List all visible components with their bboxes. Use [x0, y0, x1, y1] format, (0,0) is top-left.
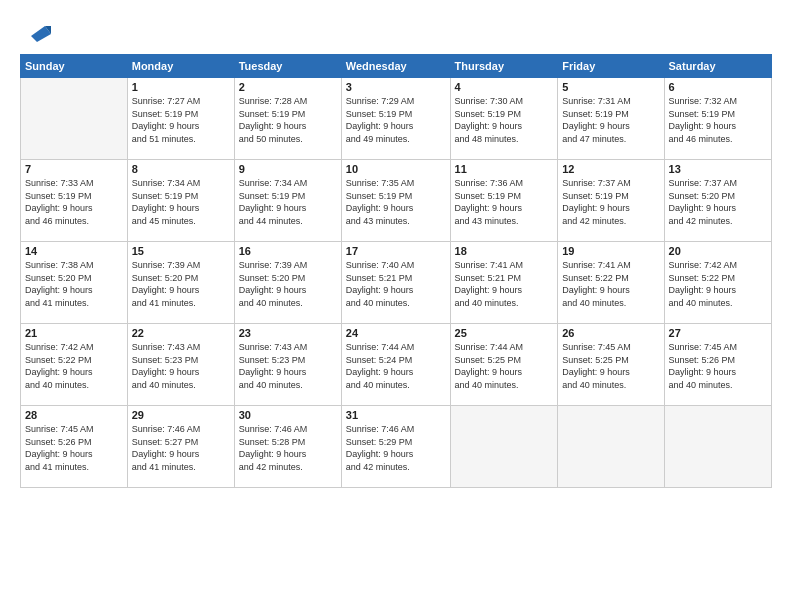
day-number: 30 — [239, 409, 337, 421]
calendar-cell — [664, 406, 771, 488]
calendar-cell: 21Sunrise: 7:42 AMSunset: 5:22 PMDayligh… — [21, 324, 128, 406]
day-number: 22 — [132, 327, 230, 339]
week-row-1: 1Sunrise: 7:27 AMSunset: 5:19 PMDaylight… — [21, 78, 772, 160]
day-number: 29 — [132, 409, 230, 421]
day-number: 5 — [562, 81, 659, 93]
day-number: 3 — [346, 81, 446, 93]
weekday-header-friday: Friday — [558, 55, 664, 78]
calendar-cell: 4Sunrise: 7:30 AMSunset: 5:19 PMDaylight… — [450, 78, 558, 160]
day-info: Sunrise: 7:33 AMSunset: 5:19 PMDaylight:… — [25, 177, 123, 227]
day-info: Sunrise: 7:44 AMSunset: 5:24 PMDaylight:… — [346, 341, 446, 391]
day-info: Sunrise: 7:34 AMSunset: 5:19 PMDaylight:… — [132, 177, 230, 227]
weekday-header-saturday: Saturday — [664, 55, 771, 78]
weekday-header-tuesday: Tuesday — [234, 55, 341, 78]
day-number: 4 — [455, 81, 554, 93]
day-number: 28 — [25, 409, 123, 421]
logo-icon — [23, 14, 53, 44]
calendar-cell: 31Sunrise: 7:46 AMSunset: 5:29 PMDayligh… — [341, 406, 450, 488]
calendar-cell: 17Sunrise: 7:40 AMSunset: 5:21 PMDayligh… — [341, 242, 450, 324]
day-info: Sunrise: 7:28 AMSunset: 5:19 PMDaylight:… — [239, 95, 337, 145]
day-number: 10 — [346, 163, 446, 175]
day-info: Sunrise: 7:36 AMSunset: 5:19 PMDaylight:… — [455, 177, 554, 227]
week-row-2: 7Sunrise: 7:33 AMSunset: 5:19 PMDaylight… — [21, 160, 772, 242]
page: SundayMondayTuesdayWednesdayThursdayFrid… — [0, 0, 792, 612]
day-info: Sunrise: 7:45 AMSunset: 5:26 PMDaylight:… — [25, 423, 123, 473]
calendar-cell: 24Sunrise: 7:44 AMSunset: 5:24 PMDayligh… — [341, 324, 450, 406]
calendar-cell: 6Sunrise: 7:32 AMSunset: 5:19 PMDaylight… — [664, 78, 771, 160]
day-info: Sunrise: 7:45 AMSunset: 5:25 PMDaylight:… — [562, 341, 659, 391]
calendar-cell: 29Sunrise: 7:46 AMSunset: 5:27 PMDayligh… — [127, 406, 234, 488]
logo — [20, 18, 53, 44]
calendar-cell — [450, 406, 558, 488]
calendar-cell: 14Sunrise: 7:38 AMSunset: 5:20 PMDayligh… — [21, 242, 128, 324]
day-info: Sunrise: 7:43 AMSunset: 5:23 PMDaylight:… — [239, 341, 337, 391]
calendar-header: SundayMondayTuesdayWednesdayThursdayFrid… — [21, 55, 772, 78]
calendar-cell: 2Sunrise: 7:28 AMSunset: 5:19 PMDaylight… — [234, 78, 341, 160]
day-number: 27 — [669, 327, 767, 339]
calendar-cell: 7Sunrise: 7:33 AMSunset: 5:19 PMDaylight… — [21, 160, 128, 242]
calendar-cell: 10Sunrise: 7:35 AMSunset: 5:19 PMDayligh… — [341, 160, 450, 242]
day-number: 15 — [132, 245, 230, 257]
calendar-cell: 8Sunrise: 7:34 AMSunset: 5:19 PMDaylight… — [127, 160, 234, 242]
day-info: Sunrise: 7:37 AMSunset: 5:19 PMDaylight:… — [562, 177, 659, 227]
calendar-cell: 12Sunrise: 7:37 AMSunset: 5:19 PMDayligh… — [558, 160, 664, 242]
weekday-header-sunday: Sunday — [21, 55, 128, 78]
day-number: 18 — [455, 245, 554, 257]
day-info: Sunrise: 7:32 AMSunset: 5:19 PMDaylight:… — [669, 95, 767, 145]
day-number: 17 — [346, 245, 446, 257]
day-info: Sunrise: 7:34 AMSunset: 5:19 PMDaylight:… — [239, 177, 337, 227]
weekday-header-thursday: Thursday — [450, 55, 558, 78]
week-row-4: 21Sunrise: 7:42 AMSunset: 5:22 PMDayligh… — [21, 324, 772, 406]
day-info: Sunrise: 7:42 AMSunset: 5:22 PMDaylight:… — [25, 341, 123, 391]
day-info: Sunrise: 7:44 AMSunset: 5:25 PMDaylight:… — [455, 341, 554, 391]
day-number: 31 — [346, 409, 446, 421]
day-info: Sunrise: 7:29 AMSunset: 5:19 PMDaylight:… — [346, 95, 446, 145]
calendar-cell: 28Sunrise: 7:45 AMSunset: 5:26 PMDayligh… — [21, 406, 128, 488]
day-info: Sunrise: 7:46 AMSunset: 5:28 PMDaylight:… — [239, 423, 337, 473]
calendar-cell: 20Sunrise: 7:42 AMSunset: 5:22 PMDayligh… — [664, 242, 771, 324]
day-number: 9 — [239, 163, 337, 175]
day-info: Sunrise: 7:46 AMSunset: 5:27 PMDaylight:… — [132, 423, 230, 473]
calendar-cell: 25Sunrise: 7:44 AMSunset: 5:25 PMDayligh… — [450, 324, 558, 406]
calendar-cell: 23Sunrise: 7:43 AMSunset: 5:23 PMDayligh… — [234, 324, 341, 406]
calendar-cell — [21, 78, 128, 160]
day-number: 12 — [562, 163, 659, 175]
day-number: 21 — [25, 327, 123, 339]
day-number: 24 — [346, 327, 446, 339]
day-info: Sunrise: 7:39 AMSunset: 5:20 PMDaylight:… — [239, 259, 337, 309]
calendar-cell: 30Sunrise: 7:46 AMSunset: 5:28 PMDayligh… — [234, 406, 341, 488]
day-info: Sunrise: 7:40 AMSunset: 5:21 PMDaylight:… — [346, 259, 446, 309]
day-number: 7 — [25, 163, 123, 175]
week-row-3: 14Sunrise: 7:38 AMSunset: 5:20 PMDayligh… — [21, 242, 772, 324]
calendar-cell: 9Sunrise: 7:34 AMSunset: 5:19 PMDaylight… — [234, 160, 341, 242]
day-number: 6 — [669, 81, 767, 93]
weekday-header-wednesday: Wednesday — [341, 55, 450, 78]
day-number: 14 — [25, 245, 123, 257]
day-number: 8 — [132, 163, 230, 175]
day-number: 11 — [455, 163, 554, 175]
day-info: Sunrise: 7:41 AMSunset: 5:21 PMDaylight:… — [455, 259, 554, 309]
day-info: Sunrise: 7:27 AMSunset: 5:19 PMDaylight:… — [132, 95, 230, 145]
day-info: Sunrise: 7:31 AMSunset: 5:19 PMDaylight:… — [562, 95, 659, 145]
calendar-cell: 5Sunrise: 7:31 AMSunset: 5:19 PMDaylight… — [558, 78, 664, 160]
calendar-cell: 27Sunrise: 7:45 AMSunset: 5:26 PMDayligh… — [664, 324, 771, 406]
calendar-cell: 1Sunrise: 7:27 AMSunset: 5:19 PMDaylight… — [127, 78, 234, 160]
day-number: 25 — [455, 327, 554, 339]
day-info: Sunrise: 7:37 AMSunset: 5:20 PMDaylight:… — [669, 177, 767, 227]
day-info: Sunrise: 7:35 AMSunset: 5:19 PMDaylight:… — [346, 177, 446, 227]
day-number: 2 — [239, 81, 337, 93]
calendar-cell: 18Sunrise: 7:41 AMSunset: 5:21 PMDayligh… — [450, 242, 558, 324]
calendar-cell: 16Sunrise: 7:39 AMSunset: 5:20 PMDayligh… — [234, 242, 341, 324]
day-number: 20 — [669, 245, 767, 257]
day-info: Sunrise: 7:45 AMSunset: 5:26 PMDaylight:… — [669, 341, 767, 391]
day-number: 13 — [669, 163, 767, 175]
calendar-cell: 26Sunrise: 7:45 AMSunset: 5:25 PMDayligh… — [558, 324, 664, 406]
day-number: 26 — [562, 327, 659, 339]
day-number: 19 — [562, 245, 659, 257]
day-info: Sunrise: 7:42 AMSunset: 5:22 PMDaylight:… — [669, 259, 767, 309]
calendar-cell: 19Sunrise: 7:41 AMSunset: 5:22 PMDayligh… — [558, 242, 664, 324]
day-info: Sunrise: 7:30 AMSunset: 5:19 PMDaylight:… — [455, 95, 554, 145]
day-info: Sunrise: 7:43 AMSunset: 5:23 PMDaylight:… — [132, 341, 230, 391]
calendar-table: SundayMondayTuesdayWednesdayThursdayFrid… — [20, 54, 772, 488]
day-info: Sunrise: 7:46 AMSunset: 5:29 PMDaylight:… — [346, 423, 446, 473]
